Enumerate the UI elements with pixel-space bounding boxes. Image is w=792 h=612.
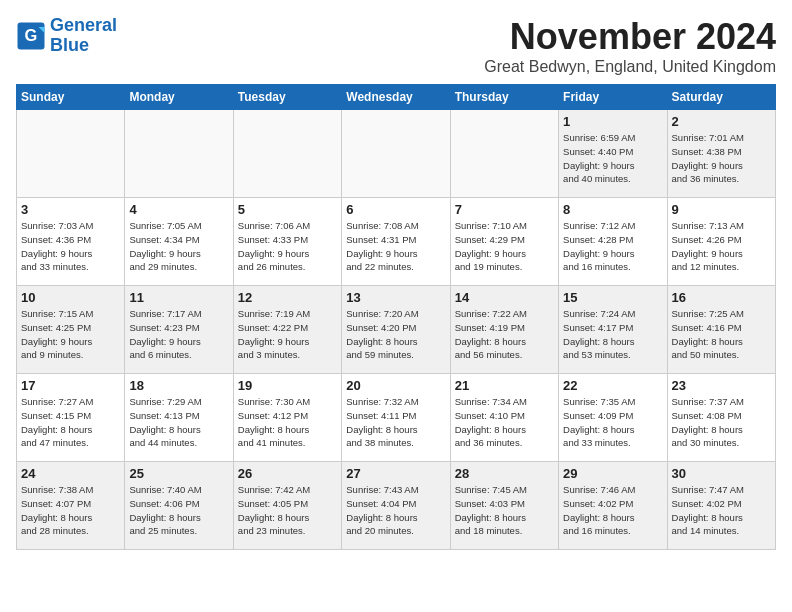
week-row-3: 10Sunrise: 7:15 AM Sunset: 4:25 PM Dayli… — [17, 286, 776, 374]
calendar-cell — [342, 110, 450, 198]
day-number: 6 — [346, 202, 445, 217]
day-number: 24 — [21, 466, 120, 481]
calendar-cell: 3Sunrise: 7:03 AM Sunset: 4:36 PM Daylig… — [17, 198, 125, 286]
calendar-cell: 30Sunrise: 7:47 AM Sunset: 4:02 PM Dayli… — [667, 462, 775, 550]
week-row-5: 24Sunrise: 7:38 AM Sunset: 4:07 PM Dayli… — [17, 462, 776, 550]
day-info: Sunrise: 7:19 AM Sunset: 4:22 PM Dayligh… — [238, 307, 337, 362]
day-info: Sunrise: 7:13 AM Sunset: 4:26 PM Dayligh… — [672, 219, 771, 274]
header: G General Blue November 2024 Great Bedwy… — [16, 16, 776, 76]
calendar-cell: 27Sunrise: 7:43 AM Sunset: 4:04 PM Dayli… — [342, 462, 450, 550]
calendar-cell: 10Sunrise: 7:15 AM Sunset: 4:25 PM Dayli… — [17, 286, 125, 374]
calendar-cell: 20Sunrise: 7:32 AM Sunset: 4:11 PM Dayli… — [342, 374, 450, 462]
title-area: November 2024 Great Bedwyn, England, Uni… — [484, 16, 776, 76]
weekday-header-friday: Friday — [559, 85, 667, 110]
calendar-cell: 18Sunrise: 7:29 AM Sunset: 4:13 PM Dayli… — [125, 374, 233, 462]
day-number: 26 — [238, 466, 337, 481]
svg-text:G: G — [25, 25, 38, 43]
day-number: 11 — [129, 290, 228, 305]
day-info: Sunrise: 7:24 AM Sunset: 4:17 PM Dayligh… — [563, 307, 662, 362]
day-number: 22 — [563, 378, 662, 393]
day-info: Sunrise: 7:38 AM Sunset: 4:07 PM Dayligh… — [21, 483, 120, 538]
day-info: Sunrise: 7:20 AM Sunset: 4:20 PM Dayligh… — [346, 307, 445, 362]
calendar-cell — [17, 110, 125, 198]
day-info: Sunrise: 7:15 AM Sunset: 4:25 PM Dayligh… — [21, 307, 120, 362]
week-row-2: 3Sunrise: 7:03 AM Sunset: 4:36 PM Daylig… — [17, 198, 776, 286]
calendar-cell: 14Sunrise: 7:22 AM Sunset: 4:19 PM Dayli… — [450, 286, 558, 374]
calendar-cell: 21Sunrise: 7:34 AM Sunset: 4:10 PM Dayli… — [450, 374, 558, 462]
day-number: 5 — [238, 202, 337, 217]
day-number: 16 — [672, 290, 771, 305]
day-number: 17 — [21, 378, 120, 393]
day-number: 4 — [129, 202, 228, 217]
calendar-cell: 17Sunrise: 7:27 AM Sunset: 4:15 PM Dayli… — [17, 374, 125, 462]
calendar-table: SundayMondayTuesdayWednesdayThursdayFrid… — [16, 84, 776, 550]
calendar-cell: 9Sunrise: 7:13 AM Sunset: 4:26 PM Daylig… — [667, 198, 775, 286]
calendar-cell: 1Sunrise: 6:59 AM Sunset: 4:40 PM Daylig… — [559, 110, 667, 198]
day-info: Sunrise: 7:42 AM Sunset: 4:05 PM Dayligh… — [238, 483, 337, 538]
logo-line1: General — [50, 15, 117, 35]
day-number: 28 — [455, 466, 554, 481]
day-number: 7 — [455, 202, 554, 217]
weekday-header-row: SundayMondayTuesdayWednesdayThursdayFrid… — [17, 85, 776, 110]
day-info: Sunrise: 7:01 AM Sunset: 4:38 PM Dayligh… — [672, 131, 771, 186]
day-info: Sunrise: 7:46 AM Sunset: 4:02 PM Dayligh… — [563, 483, 662, 538]
day-number: 15 — [563, 290, 662, 305]
day-info: Sunrise: 7:37 AM Sunset: 4:08 PM Dayligh… — [672, 395, 771, 450]
calendar-cell: 19Sunrise: 7:30 AM Sunset: 4:12 PM Dayli… — [233, 374, 341, 462]
week-row-1: 1Sunrise: 6:59 AM Sunset: 4:40 PM Daylig… — [17, 110, 776, 198]
day-info: Sunrise: 7:25 AM Sunset: 4:16 PM Dayligh… — [672, 307, 771, 362]
day-number: 3 — [21, 202, 120, 217]
calendar-cell: 7Sunrise: 7:10 AM Sunset: 4:29 PM Daylig… — [450, 198, 558, 286]
logo-line2: Blue — [50, 35, 89, 55]
day-info: Sunrise: 7:08 AM Sunset: 4:31 PM Dayligh… — [346, 219, 445, 274]
day-number: 1 — [563, 114, 662, 129]
calendar-cell — [125, 110, 233, 198]
week-row-4: 17Sunrise: 7:27 AM Sunset: 4:15 PM Dayli… — [17, 374, 776, 462]
day-number: 21 — [455, 378, 554, 393]
weekday-header-saturday: Saturday — [667, 85, 775, 110]
weekday-header-sunday: Sunday — [17, 85, 125, 110]
calendar-cell: 15Sunrise: 7:24 AM Sunset: 4:17 PM Dayli… — [559, 286, 667, 374]
weekday-header-wednesday: Wednesday — [342, 85, 450, 110]
logo-text: General Blue — [50, 16, 117, 56]
day-info: Sunrise: 7:06 AM Sunset: 4:33 PM Dayligh… — [238, 219, 337, 274]
calendar-cell — [233, 110, 341, 198]
calendar-cell: 25Sunrise: 7:40 AM Sunset: 4:06 PM Dayli… — [125, 462, 233, 550]
day-info: Sunrise: 7:34 AM Sunset: 4:10 PM Dayligh… — [455, 395, 554, 450]
day-info: Sunrise: 7:27 AM Sunset: 4:15 PM Dayligh… — [21, 395, 120, 450]
day-number: 30 — [672, 466, 771, 481]
weekday-header-tuesday: Tuesday — [233, 85, 341, 110]
calendar-cell: 26Sunrise: 7:42 AM Sunset: 4:05 PM Dayli… — [233, 462, 341, 550]
calendar-cell: 28Sunrise: 7:45 AM Sunset: 4:03 PM Dayli… — [450, 462, 558, 550]
logo-icon: G — [16, 21, 46, 51]
day-number: 14 — [455, 290, 554, 305]
day-number: 2 — [672, 114, 771, 129]
calendar-cell: 13Sunrise: 7:20 AM Sunset: 4:20 PM Dayli… — [342, 286, 450, 374]
calendar-cell: 24Sunrise: 7:38 AM Sunset: 4:07 PM Dayli… — [17, 462, 125, 550]
day-info: Sunrise: 7:40 AM Sunset: 4:06 PM Dayligh… — [129, 483, 228, 538]
day-info: Sunrise: 7:47 AM Sunset: 4:02 PM Dayligh… — [672, 483, 771, 538]
day-info: Sunrise: 7:17 AM Sunset: 4:23 PM Dayligh… — [129, 307, 228, 362]
day-number: 29 — [563, 466, 662, 481]
calendar-cell: 23Sunrise: 7:37 AM Sunset: 4:08 PM Dayli… — [667, 374, 775, 462]
day-info: Sunrise: 7:10 AM Sunset: 4:29 PM Dayligh… — [455, 219, 554, 274]
calendar-cell: 22Sunrise: 7:35 AM Sunset: 4:09 PM Dayli… — [559, 374, 667, 462]
day-info: Sunrise: 7:03 AM Sunset: 4:36 PM Dayligh… — [21, 219, 120, 274]
day-info: Sunrise: 6:59 AM Sunset: 4:40 PM Dayligh… — [563, 131, 662, 186]
day-info: Sunrise: 7:35 AM Sunset: 4:09 PM Dayligh… — [563, 395, 662, 450]
weekday-header-monday: Monday — [125, 85, 233, 110]
day-info: Sunrise: 7:45 AM Sunset: 4:03 PM Dayligh… — [455, 483, 554, 538]
day-info: Sunrise: 7:32 AM Sunset: 4:11 PM Dayligh… — [346, 395, 445, 450]
day-number: 10 — [21, 290, 120, 305]
logo: G General Blue — [16, 16, 117, 56]
weekday-header-thursday: Thursday — [450, 85, 558, 110]
location-title: Great Bedwyn, England, United Kingdom — [484, 58, 776, 76]
day-number: 25 — [129, 466, 228, 481]
calendar-cell: 16Sunrise: 7:25 AM Sunset: 4:16 PM Dayli… — [667, 286, 775, 374]
calendar-cell: 8Sunrise: 7:12 AM Sunset: 4:28 PM Daylig… — [559, 198, 667, 286]
day-number: 19 — [238, 378, 337, 393]
calendar-cell: 2Sunrise: 7:01 AM Sunset: 4:38 PM Daylig… — [667, 110, 775, 198]
day-info: Sunrise: 7:30 AM Sunset: 4:12 PM Dayligh… — [238, 395, 337, 450]
calendar-cell: 11Sunrise: 7:17 AM Sunset: 4:23 PM Dayli… — [125, 286, 233, 374]
day-number: 12 — [238, 290, 337, 305]
